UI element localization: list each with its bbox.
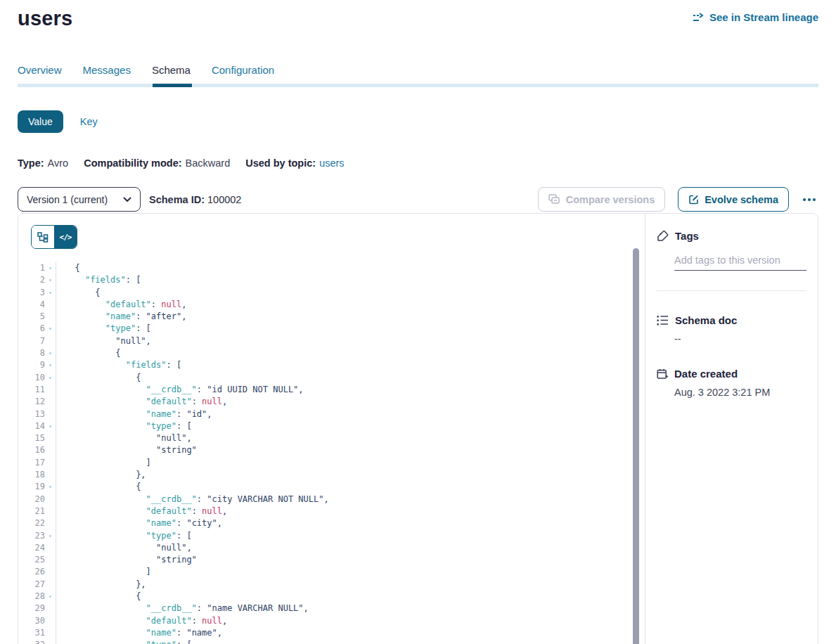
tag-icon [657, 230, 669, 242]
tab-underline-track [18, 84, 818, 87]
fold-arrow-icon[interactable]: ▾ [45, 530, 56, 542]
fold-arrow-icon [45, 408, 56, 420]
evolve-schema-button[interactable]: Evolve schema [678, 187, 789, 212]
compare-versions-icon [548, 194, 560, 205]
tab-configuration[interactable]: Configuration [212, 64, 274, 84]
tree-view-button[interactable] [32, 226, 54, 248]
line-number: 29 [18, 603, 45, 614]
code-line: 9▾ "fields": [ [18, 359, 645, 371]
edit-icon [688, 194, 699, 205]
page: users See in Stream lineage Overview Mes… [0, 0, 836, 644]
line-number: 16 [18, 444, 45, 456]
fold-arrow-icon[interactable]: ▾ [45, 639, 56, 644]
fold-arrow-icon[interactable]: ▾ [45, 347, 56, 359]
page-header: users See in Stream lineage [18, 0, 818, 30]
compare-versions-button[interactable]: Compare versions [538, 187, 666, 212]
code-line: 14▾ "type": [ [18, 420, 645, 432]
code-text: "null", [56, 335, 151, 347]
tab-messages[interactable]: Messages [83, 64, 131, 84]
code-line: 32▾ "type": [ [18, 639, 645, 644]
version-select-value: Version 1 (current) [27, 194, 108, 205]
fold-arrow-icon [45, 335, 56, 347]
code-text: "null", [56, 542, 192, 554]
code-line: 16 "string" [18, 444, 645, 456]
fold-arrow-icon[interactable]: ▾ [45, 481, 56, 493]
code-text: "name": "id", [56, 408, 212, 420]
tab-overview[interactable]: Overview [18, 64, 62, 84]
fold-arrow-icon [45, 384, 56, 396]
date-created-section: Date created Aug. 3 2022 3:21 PM [657, 368, 806, 398]
more-options-button[interactable] [800, 194, 818, 205]
line-number: 18 [18, 469, 45, 481]
code-line: 19▾ { [18, 481, 645, 493]
compatibility-mode: Compatibility mode: Backward [84, 157, 230, 169]
value-key-toggle: Value Key [18, 110, 818, 133]
line-number: 9 [18, 359, 45, 371]
schema-editor-panel: </> 1▾ {2▾ "fields": [3▾ {4 "default": n… [18, 214, 645, 644]
code-line: 18 }, [18, 469, 645, 481]
fold-arrow-icon[interactable]: ▾ [45, 359, 56, 371]
line-number: 21 [18, 505, 45, 517]
stream-lineage-label: See in Stream lineage [709, 11, 818, 23]
fold-arrow-icon [45, 299, 56, 311]
schema-meta-row: Type: Avro Compatibility mode: Backward … [18, 157, 818, 169]
code-line: 12 "default": null, [18, 396, 645, 408]
line-number: 14 [18, 420, 45, 432]
code-line: 30 "default": null, [18, 615, 645, 627]
code-line: 3▾ { [18, 287, 645, 299]
code-line: 11 "__crdb__": "id UUID NOT NULL", [18, 384, 645, 396]
code-text: { [56, 287, 101, 299]
fold-arrow-icon [45, 542, 56, 554]
code-lines: 1▾ {2▾ "fields": [3▾ {4 "default": null,… [18, 262, 645, 644]
fold-arrow-icon[interactable]: ▾ [45, 323, 56, 335]
schema-id: Schema ID: 100002 [149, 194, 241, 205]
code-text: }, [56, 579, 146, 591]
fold-arrow-icon[interactable]: ▾ [45, 372, 56, 384]
fold-arrow-icon[interactable]: ▾ [45, 287, 56, 299]
code-editor[interactable]: 1▾ {2▾ "fields": [3▾ {4 "default": null,… [18, 262, 645, 644]
line-number: 1 [18, 262, 45, 274]
type-value: Avro [48, 157, 69, 169]
editor-scrollbar[interactable] [633, 248, 639, 644]
line-number: 30 [18, 615, 45, 627]
line-number: 27 [18, 579, 45, 591]
tab-schema[interactable]: Schema [152, 64, 191, 84]
key-toggle-button[interactable]: Key [80, 116, 98, 127]
fold-arrow-icon [45, 505, 56, 517]
line-number: 6 [18, 323, 45, 335]
value-toggle-button[interactable]: Value [18, 110, 63, 133]
line-number: 5 [18, 311, 45, 323]
line-number: 17 [18, 457, 45, 469]
version-select[interactable]: Version 1 (current) [18, 187, 141, 212]
code-text: "string" [56, 444, 197, 456]
code-line: 4 "default": null, [18, 299, 645, 311]
fold-arrow-icon[interactable]: ▾ [45, 262, 56, 274]
fold-arrow-icon [45, 457, 56, 469]
topic-link[interactable]: users [319, 157, 344, 169]
gutter-divider [56, 262, 56, 644]
code-text: "__crdb__": "city VARCHAR NOT NULL", [56, 494, 329, 505]
code-text: { [56, 262, 80, 274]
tree-view-icon [37, 232, 49, 243]
add-tags-input[interactable] [674, 252, 806, 271]
code-line: 1▾ { [18, 262, 645, 274]
code-line: 15 "null", [18, 432, 645, 444]
code-text: "name": "city", [56, 517, 222, 529]
code-text: "default": null, [56, 396, 227, 408]
code-view-button[interactable]: </> [54, 226, 77, 248]
fold-arrow-icon[interactable]: ▾ [45, 274, 56, 286]
code-text: "null", [56, 432, 192, 444]
fold-arrow-icon [45, 517, 56, 529]
fold-arrow-icon[interactable]: ▾ [45, 591, 56, 603]
fold-arrow-icon [45, 566, 56, 578]
fold-arrow-icon [45, 396, 56, 408]
code-line: 29 "__crdb__": "name VARCHAR NULL", [18, 603, 645, 614]
fold-arrow-icon[interactable]: ▾ [45, 420, 56, 432]
code-line: 2▾ "fields": [ [18, 274, 645, 286]
code-line: 26 ] [18, 566, 645, 578]
line-number: 19 [18, 481, 45, 493]
code-line: 22 "name": "city", [18, 517, 645, 529]
line-number: 2 [18, 274, 45, 286]
stream-lineage-link[interactable]: See in Stream lineage [693, 11, 818, 23]
schema-doc-title: Schema doc [675, 314, 737, 326]
